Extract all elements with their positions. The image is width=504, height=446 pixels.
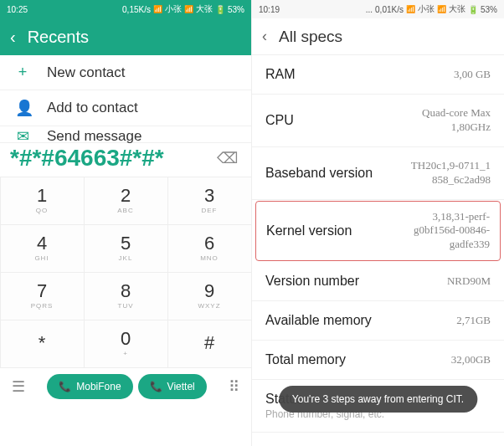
status-indicators: ... 0,01K/s 📶 小张 📶 大张 🔋 53% (366, 3, 497, 15)
specs-list: RAM3,00 GBCPUQuad-core Max 1,80GHzBaseba… (252, 55, 504, 380)
key-#[interactable]: # (167, 320, 252, 368)
key-sub: TUV (118, 302, 134, 310)
menu-icon[interactable]: ☰ (8, 374, 28, 399)
spec-value: TH20c1,9-0711_1 858_6c2ad98 (411, 159, 491, 187)
key-0[interactable]: 0+ (84, 320, 168, 368)
key-2[interactable]: 2ABC (84, 177, 168, 225)
key-num: 8 (121, 282, 131, 300)
back-icon[interactable]: ‹ (10, 28, 16, 47)
key-sub: JKL (119, 254, 133, 262)
status-time: 10:19 (259, 5, 280, 14)
spec-value: Quad-core Max 1,80GHz (422, 106, 491, 135)
status-time: 10:25 (7, 5, 28, 14)
page-title: All specs (279, 28, 342, 46)
message-icon: ✉ (15, 127, 30, 146)
spec-value: 3,18,31-perf- g0bf156d-00846- gadfe339 (414, 210, 490, 253)
key-8[interactable]: 8TUV (84, 272, 168, 320)
header: ‹ All specs (252, 18, 504, 55)
key-sub: MNO (200, 254, 219, 262)
dialed-number: *#*#64663#*#* (7, 145, 210, 172)
key-sub: QO (36, 207, 48, 214)
actions-list: + New contact 👤 Add to contact ✉ Send me… (0, 55, 251, 143)
spec-label: Total memory (265, 352, 346, 367)
key-sub: DEF (202, 207, 218, 214)
toast: You're 3 steps away from entering CIT. (279, 386, 477, 413)
spec-value: 3,00 GB (454, 68, 491, 82)
spec-row[interactable]: Total memory32,00GB (252, 341, 504, 380)
action-label: Send message (47, 128, 141, 145)
back-icon[interactable]: ‹ (262, 28, 267, 45)
spec-label: Kernel version (266, 223, 352, 238)
dialpad-icon[interactable]: ⠿ (225, 374, 243, 399)
spec-row[interactable]: CPUQuad-core Max 1,80GHz (252, 95, 504, 147)
key-num: * (39, 334, 46, 352)
backspace-icon[interactable]: ⌫ (210, 149, 244, 167)
plus-icon: + (15, 64, 30, 81)
call-sim1-button[interactable]: 📞 MobiFone (47, 374, 132, 399)
key-*[interactable]: * (0, 320, 85, 368)
phone-icon: 📞 (59, 381, 71, 392)
key-num: 2 (121, 187, 131, 205)
key-num: 3 (204, 187, 214, 205)
spec-row[interactable]: Kernel version3,18,31-perf- g0bf156d-008… (255, 201, 501, 262)
key-sub: PQRS (31, 302, 54, 310)
key-3[interactable]: 3DEF (167, 177, 252, 225)
key-num: 0 (121, 330, 131, 348)
send-message-row[interactable]: ✉ Send message (0, 126, 251, 143)
status-bar: 10:19 ... 0,01K/s 📶 小张 📶 大张 🔋 53% (252, 0, 504, 18)
spec-row[interactable]: Available memory2,71GB (252, 301, 504, 341)
key-num: # (204, 334, 214, 352)
key-sub: + (123, 350, 128, 357)
spec-row[interactable]: Version numberNRD90M (252, 262, 504, 301)
contact-icon: 👤 (15, 99, 30, 117)
status-indicators: 0,15K/s 📶 小张 📶 大张 🔋 53% (122, 3, 244, 15)
spec-label: Available memory (265, 313, 372, 328)
phone-icon: 📞 (150, 381, 162, 392)
action-label: Add to contact (47, 100, 138, 116)
key-6[interactable]: 6MNO (167, 224, 252, 273)
bottom-bar: ☰ 📞 MobiFone 📞 Viettel ⠿ (0, 367, 251, 406)
key-num: 9 (204, 282, 214, 300)
spec-label: Baseband version (265, 166, 373, 181)
call-sim2-button[interactable]: 📞 Viettel (138, 374, 207, 399)
action-label: New contact (47, 64, 126, 81)
key-sub: ABC (117, 207, 133, 214)
key-7[interactable]: 7PQRS (0, 272, 85, 320)
key-4[interactable]: 4GHI (0, 224, 85, 273)
key-9[interactable]: 9WXYZ (167, 272, 252, 320)
key-num: 5 (121, 234, 131, 253)
spec-value: 32,00GB (451, 353, 491, 367)
key-sub: GHI (34, 254, 49, 262)
key-5[interactable]: 5JKL (84, 224, 168, 273)
key-num: 4 (37, 234, 47, 253)
status-bar: 10:25 0,15K/s 📶 小张 📶 大张 🔋 53% (0, 0, 251, 18)
call-label: Viettel (167, 381, 195, 392)
add-to-contact-row[interactable]: 👤 Add to contact (0, 90, 251, 126)
keypad: 1QO2ABC3DEF4GHI5JKL6MNO7PQRS8TUV9WXYZ*0+… (0, 177, 251, 367)
spec-value: NRD90M (447, 274, 491, 289)
new-contact-row[interactable]: + New contact (0, 55, 251, 90)
key-num: 6 (204, 234, 214, 253)
spec-label: CPU (265, 113, 294, 128)
header: ‹ Recents (0, 18, 251, 55)
spec-value: 2,71GB (456, 314, 491, 328)
key-sub: WXYZ (198, 302, 220, 310)
spec-row[interactable]: RAM3,00 GB (252, 55, 504, 95)
spec-label: RAM (265, 67, 296, 82)
key-num: 1 (37, 187, 47, 205)
key-1[interactable]: 1QO (0, 177, 85, 225)
call-label: MobiFone (76, 381, 121, 392)
page-title: Recents (28, 28, 89, 47)
key-num: 7 (37, 282, 47, 300)
dial-display: *#*#64663#*#* ⌫ (0, 143, 251, 177)
spec-row[interactable]: Baseband versionTH20c1,9-0711_1 858_6c2a… (252, 147, 504, 200)
spec-label: Version number (265, 274, 359, 289)
